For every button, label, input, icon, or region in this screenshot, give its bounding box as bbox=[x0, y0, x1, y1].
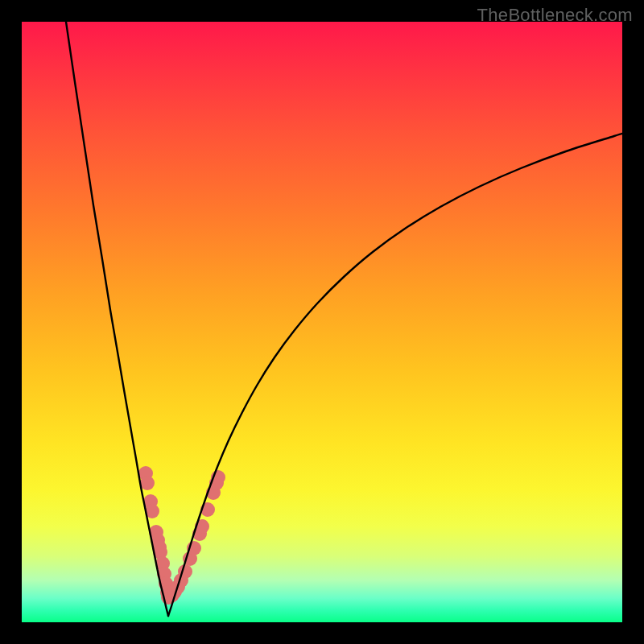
curve-layer bbox=[22, 22, 622, 622]
watermark-text: TheBottleneck.com bbox=[477, 5, 633, 26]
chart-frame: TheBottleneck.com bbox=[0, 0, 644, 644]
data-marker bbox=[140, 476, 155, 490]
right-branch-curve bbox=[168, 134, 622, 616]
plot-area bbox=[22, 22, 622, 622]
